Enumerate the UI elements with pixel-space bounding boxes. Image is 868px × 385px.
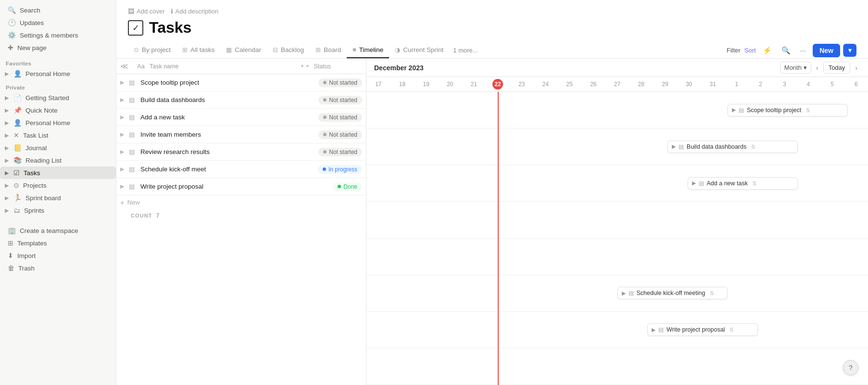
next-arrow[interactable]: › (852, 62, 860, 74)
sidebar-item-getting-started[interactable]: ▶ 📄 Getting Started (0, 91, 116, 104)
sidebar-item-quick-note[interactable]: ▶ 📌 Quick Note (0, 104, 116, 116)
help-button[interactable]: ? (843, 360, 858, 375)
timeline-task-bar[interactable]: ▶ ▤ Build data dashboards S (667, 141, 798, 153)
month-selector-btn[interactable]: Month ▾ (780, 62, 811, 74)
sidebar-item-newpage[interactable]: ✚ New page (3, 41, 113, 54)
lightning-icon[interactable]: ⚡ (760, 44, 775, 57)
task-name[interactable]: Add a new task (138, 114, 318, 121)
timeline-task-bar[interactable]: ▶ ▤ Add a new task S (688, 177, 798, 190)
bar-task-name: Add a new task (707, 180, 748, 187)
more-tabs-btn[interactable]: 1 more... (449, 44, 481, 57)
search-icon-btn[interactable]: 🔍 (779, 44, 793, 57)
today-btn[interactable]: Today (823, 62, 851, 74)
row-chevron[interactable]: ▶ (120, 149, 129, 155)
task-name[interactable]: Write project proposal (138, 183, 333, 190)
sidebar-item-updates[interactable]: 🕐 Updates (3, 16, 113, 29)
row-chevron[interactable]: ▶ (120, 183, 129, 190)
add-description-btn[interactable]: ℹ Add description (171, 8, 219, 15)
date-cell: 23 (510, 77, 534, 91)
new-button-dropdown[interactable]: ▾ (843, 44, 856, 57)
date-cell: 26 (581, 77, 605, 91)
sidebar-item-create-teamspace[interactable]: 🏢 Create a teamspace (3, 224, 113, 237)
task-name[interactable]: Scope tooltip project (138, 79, 318, 86)
row-chevron[interactable]: ▶ (120, 97, 129, 103)
tab-board[interactable]: ⊞ Board (310, 42, 347, 58)
filter-button[interactable]: Filter (727, 47, 741, 54)
bar-expand-arrow[interactable]: ▶ (732, 107, 736, 113)
task-page-icon: ▤ (129, 131, 138, 138)
new-button[interactable]: New (813, 44, 840, 57)
row-chevron[interactable]: ▶ (120, 131, 129, 138)
tab-current-sprint[interactable]: ◑ Current Sprint (389, 42, 449, 58)
task-row: ▶ ▤ Build data dashboards Not started (116, 91, 366, 109)
row-chevron[interactable]: ▶ (120, 166, 129, 172)
row-chevron[interactable]: ▶ (120, 79, 129, 86)
sidebar-item-templates[interactable]: ⊞ Templates (3, 237, 113, 249)
calendar-pane: December 2023 Month ▾ ‹ Today › 17181920… (366, 59, 868, 385)
bar-task-name: Schedule kick-off meeting (637, 290, 705, 296)
status-badge[interactable]: Not started (318, 96, 362, 104)
task-name[interactable]: Build data dashboards (138, 96, 318, 103)
bar-expand-arrow[interactable]: ▶ (622, 290, 626, 296)
sidebar-item-projects[interactable]: ▶ ⊙ Projects (0, 179, 116, 192)
status-badge[interactable]: Not started (318, 78, 362, 87)
person-icon: 👤 (13, 119, 22, 127)
date-cell: 18 (390, 77, 415, 91)
bar-expand-arrow[interactable]: ▶ (652, 327, 655, 333)
reading-icon: 📚 (13, 156, 22, 164)
sidebar-item-task-list[interactable]: ▶ ✕ Task List (0, 129, 116, 141)
row-chevron[interactable]: ▶ (120, 114, 129, 120)
status-badge[interactable]: In progress (318, 165, 362, 174)
sidebar-item-personal-home-fav[interactable]: ▶ 👤 Personal Home (0, 67, 116, 80)
status-badge[interactable]: Not started (318, 148, 362, 156)
tab-timeline[interactable]: ≡ Timeline (347, 42, 389, 58)
prev-arrow[interactable]: ‹ (813, 62, 821, 74)
bar-task-icon: ▤ (658, 326, 664, 333)
board-icon: ⊞ (315, 46, 321, 53)
bar-task-icon: ▤ (679, 143, 684, 150)
task-list-header: ≪ Aa Task name ⚬⚬ Status (116, 59, 366, 74)
bar-task-name: Build data dashboards (687, 143, 746, 150)
status-badge[interactable]: Not started (318, 113, 362, 122)
tab-calendar[interactable]: ▦ Calendar (220, 42, 267, 58)
timeline-task-bar[interactable]: ▶ ▤ Scope tooltip project S (728, 104, 848, 116)
new-task-row[interactable]: + New (116, 195, 366, 209)
bar-expand-arrow[interactable]: ▶ (672, 143, 676, 150)
page-title: Tasks (149, 19, 191, 37)
count-row: COUNT 7 (116, 209, 366, 222)
timeline-task-bar[interactable]: ▶ ▤ Write project proposal S (647, 323, 757, 336)
bar-s-label: S (730, 327, 733, 333)
timeline-task-bar[interactable]: ▶ ▤ Schedule kick-off meeting S (617, 287, 728, 299)
sidebar-item-trash[interactable]: 🗑 Trash (3, 262, 113, 274)
image-icon: 🖼 (128, 8, 134, 15)
sort-button[interactable]: Sort (744, 47, 756, 54)
tab-by-project[interactable]: ⊙ By project (128, 42, 176, 58)
collapse-btn[interactable]: ≪ (120, 62, 128, 71)
sidebar-item-tasks[interactable]: ▶ ☑ Tasks (0, 167, 116, 179)
status-badge[interactable]: Done (333, 182, 362, 191)
tab-all-tasks[interactable]: ⊞ All tasks (176, 42, 220, 58)
chevron-icon: ▶ (5, 145, 9, 151)
tabs-right-actions: Filter Sort ⚡ 🔍 ··· New ▾ (727, 44, 856, 57)
sidebar-item-personal-home[interactable]: ▶ 👤 Personal Home (0, 116, 116, 129)
sidebar-item-sprints[interactable]: ▶ 🗂 Sprints (0, 204, 116, 217)
task-row: ▶ ▤ Review research results Not started (116, 143, 366, 161)
tab-backlog[interactable]: ⊟ Backlog (267, 42, 310, 58)
task-name[interactable]: Schedule kick-off meet (138, 166, 318, 173)
task-name[interactable]: Review research results (138, 148, 318, 155)
list-icon: ✕ (13, 131, 19, 139)
sidebar-item-sprint-board[interactable]: ▶ 🏃 Sprint board (0, 192, 116, 204)
sidebar-item-journal[interactable]: ▶ 📒 Journal (0, 141, 116, 154)
add-cover-btn[interactable]: 🖼 Add cover (128, 8, 165, 15)
sidebar-item-import[interactable]: ⬇ Import (3, 249, 113, 262)
bar-expand-arrow[interactable]: ▶ (692, 180, 696, 186)
person-icon: 👤 (13, 70, 22, 77)
sidebar-item-search[interactable]: 🔍 Search (3, 4, 113, 16)
task-name[interactable]: Invite team members (138, 131, 318, 138)
task-page-icon: ▤ (129, 79, 138, 86)
more-options-icon[interactable]: ··· (797, 44, 809, 56)
status-badge[interactable]: Not started (318, 130, 362, 139)
sidebar-item-reading-list[interactable]: ▶ 📚 Reading List (0, 154, 116, 167)
sidebar-item-settings[interactable]: ⚙️ Settings & members (3, 29, 113, 41)
bar-s-label: S (710, 290, 713, 296)
